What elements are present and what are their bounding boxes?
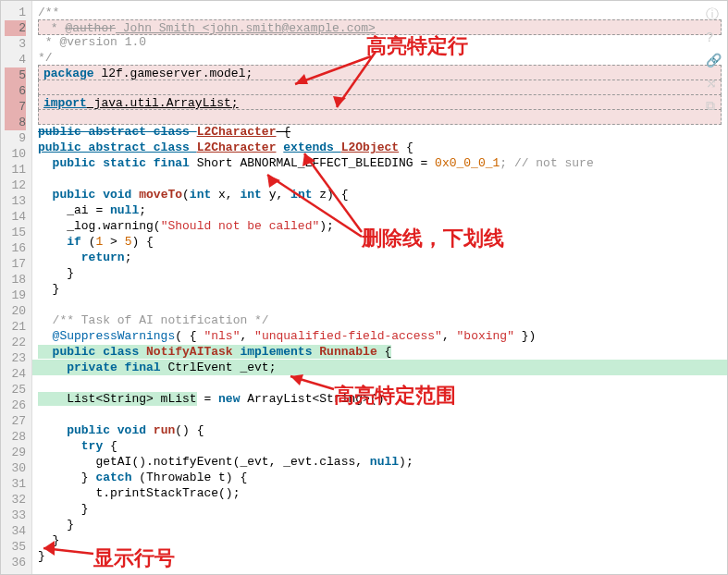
type: Short	[190, 156, 241, 170]
editor-icons: ⓘ ? 🔗 ⤭ ⧉	[706, 6, 722, 114]
keyword-package: package	[43, 67, 94, 80]
type: CtrlEvent	[161, 361, 241, 374]
code-text: /**	[38, 6, 59, 19]
code-text: }	[32, 532, 727, 548]
var-name: _evt;	[240, 361, 276, 374]
string: "unqualified-field-access"	[254, 329, 442, 343]
code-text: }	[32, 501, 727, 517]
string-literal: "Should not be called"	[161, 219, 320, 233]
string: "nls"	[204, 329, 240, 343]
code-editor: 1234 5678 9101112 13141516 17181920 2122…	[1, 1, 727, 574]
code-text: }	[38, 471, 95, 484]
code-text: }	[32, 548, 727, 564]
method-name: moveTo	[139, 188, 182, 202]
class-decl: public class	[38, 345, 146, 359]
number: 1	[95, 235, 103, 249]
code-text: {	[103, 439, 117, 453]
interface-name: Runnable	[319, 345, 376, 359]
comment: ; // not sure	[500, 156, 593, 170]
type-int: int	[190, 188, 211, 202]
class-decl: public abstract class	[38, 141, 197, 154]
type-int: int	[240, 188, 261, 202]
string: "boxing"	[457, 329, 514, 343]
import-name: java.util.ArrayList;	[87, 96, 239, 110]
method-name: run	[154, 423, 175, 437]
code-text: {	[276, 125, 290, 139]
keyword-null: null	[110, 203, 139, 217]
code-text: ;	[125, 251, 132, 264]
code-text: _ai =	[38, 203, 110, 217]
class-name: L2Character	[197, 141, 277, 154]
question-icon[interactable]: ?	[706, 31, 722, 45]
keyword-new: new	[218, 392, 240, 406]
number-literal: 0x0_0_0_1	[435, 156, 500, 170]
code-text: {	[399, 141, 413, 154]
class-name: NotifyAITask	[146, 345, 233, 359]
shuffle-icon[interactable]: ⤭	[706, 76, 722, 92]
var-name: ABNORMAL_EFFECT_BLEEDING =	[240, 156, 435, 170]
modifiers: private final	[38, 361, 161, 374]
code-text: */	[38, 51, 53, 65]
code-text: getAI().notifyEvent(_evt, _evt.class,	[38, 455, 370, 469]
code-text: _log.warning(	[38, 219, 161, 233]
superclass: L2Object	[341, 141, 399, 154]
info-icon[interactable]: ⓘ	[706, 6, 722, 23]
modifiers: public static final	[38, 156, 190, 170]
code-text: }	[32, 517, 727, 532]
javadoc: /** Task of AI notification */	[38, 313, 269, 327]
version-text: 1.0	[117, 35, 146, 49]
code-text: );	[399, 455, 413, 469]
keyword-import: import	[43, 96, 87, 110]
code-text: ;	[139, 203, 146, 217]
number: 5	[125, 235, 132, 249]
keyword-catch: catch	[95, 471, 131, 484]
copy-icon[interactable]: ⧉	[706, 99, 722, 114]
class-name: L2Character	[197, 125, 277, 139]
author-name: John Smith <john.smith@example.com>	[116, 21, 376, 35]
code-text: () {	[175, 423, 204, 437]
annotation: @SuppressWarnings	[38, 329, 175, 343]
code-text: t.printStackTrace();	[32, 485, 727, 501]
keyword-implements: implements	[233, 345, 320, 359]
type-int: int	[290, 188, 312, 202]
modifiers: public void	[38, 423, 154, 437]
code-area[interactable]: /** * @author John Smith <john.smith@exa…	[32, 1, 727, 574]
keyword-null: null	[370, 455, 399, 469]
package-name: l2f.gameserver.model;	[94, 67, 253, 80]
code-text: ArrayList<String>()	[240, 392, 384, 406]
line-number-gutter: 1234 5678 9101112 13141516 17181920 2122…	[1, 1, 32, 574]
code-text: {	[377, 345, 392, 359]
code-text: (Throwable t) {	[131, 471, 247, 484]
javadoc-author: @author	[65, 21, 116, 35]
link-icon[interactable]: 🔗	[706, 53, 722, 68]
code-text: );	[319, 219, 334, 233]
javadoc-version: @version	[59, 35, 117, 49]
code-text: }	[32, 265, 727, 281]
class-decl: public abstract class	[38, 125, 197, 139]
keyword-extends: extends	[283, 141, 340, 154]
code-text: }	[32, 281, 727, 297]
